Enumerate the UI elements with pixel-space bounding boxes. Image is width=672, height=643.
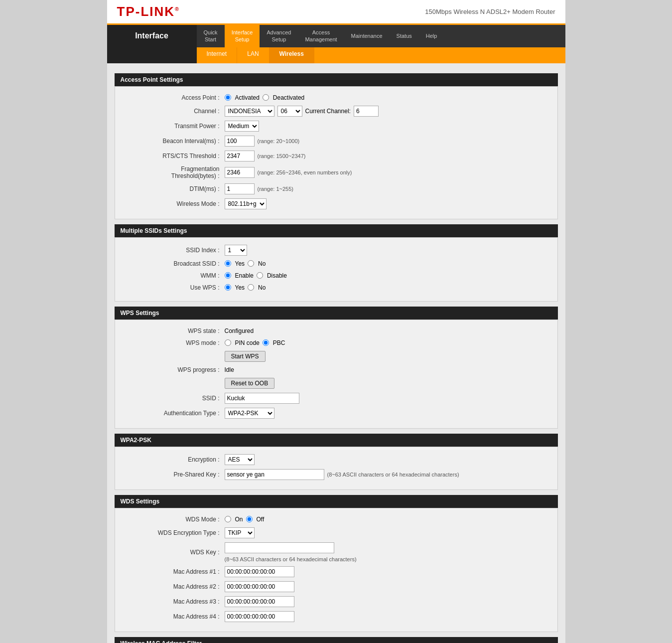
wps-header: WPS Settings: [115, 307, 558, 320]
broadcast-yes-radio[interactable]: [225, 260, 231, 267]
broadcast-ssid-label: Broadcast SSID :: [125, 260, 225, 267]
wps-mode-control: PIN code PBC: [225, 339, 547, 346]
brand-label: Interface: [107, 25, 197, 47]
encryption-row: Encryption : AES: [125, 452, 547, 467]
ssid-index-select[interactable]: 1: [225, 245, 247, 256]
wds-on-label: On: [235, 516, 243, 523]
wmm-enable-radio[interactable]: [225, 272, 231, 279]
broadcast-no-radio[interactable]: [248, 260, 254, 267]
multiple-ssids-section: Multiple SSIDs Settings SSID Index : 1 B…: [115, 224, 558, 302]
wmm-control: Enable Disable: [225, 272, 547, 279]
beacon-label: Beacon Interval(ms) :: [125, 138, 225, 145]
wpa2psk-content: Encryption : AES Pre-Shared Key : (8~63 …: [115, 447, 558, 490]
nav-access-management[interactable]: AccessManagement: [298, 25, 344, 47]
wps-pin-radio[interactable]: [225, 339, 231, 346]
wds-mac1-row: Mac Address #1 :: [125, 564, 547, 579]
ap-deactivated-radio[interactable]: [263, 94, 269, 101]
nav-quick-start[interactable]: QuickStart: [197, 25, 225, 47]
nav-help[interactable]: Help: [419, 25, 444, 47]
wds-mac3-row: Mac Address #3 :: [125, 594, 547, 609]
mac-filter-section: Wireless MAC Address Filter Active : Act…: [115, 637, 558, 643]
channel-country-select[interactable]: INDONESIA: [225, 106, 274, 117]
use-wps-label: Use WPS :: [125, 284, 225, 291]
channel-num-select[interactable]: 06: [277, 106, 302, 117]
broadcast-no-label: No: [258, 260, 266, 267]
wds-mac4-control: [225, 611, 547, 622]
wds-mac4-input[interactable]: [225, 611, 294, 622]
reset-oob-button[interactable]: Reset to OOB: [225, 378, 275, 389]
access-point-header: Access Point Settings: [115, 73, 558, 86]
rts-input[interactable]: [225, 151, 255, 161]
sub-nav: Internet LAN Wireless: [107, 47, 565, 63]
wps-ssid-input[interactable]: [225, 393, 299, 404]
wireless-mode-row: Wireless Mode : 802.11b+g: [125, 196, 547, 211]
wds-key-input[interactable]: [225, 542, 334, 553]
frag-control: (range: 256~2346, even numbers only): [225, 167, 547, 178]
frag-input[interactable]: [225, 167, 255, 178]
beacon-input[interactable]: [225, 136, 255, 147]
top-nav: Interface QuickStart InterfaceSetup Adva…: [107, 25, 565, 47]
wds-mac1-control: [225, 566, 547, 577]
wds-enc-select[interactable]: TKIP: [225, 527, 255, 538]
wpa2psk-header: WPA2-PSK: [115, 434, 558, 447]
start-wps-button[interactable]: Start WPS: [225, 351, 266, 362]
wps-pbc-radio[interactable]: [263, 339, 269, 346]
wps-reset-row: Reset to OOB: [125, 376, 547, 391]
wireless-mode-select[interactable]: 802.11b+g: [225, 198, 267, 209]
nav-items: QuickStart InterfaceSetup AdvancedSetup …: [197, 25, 444, 47]
sub-nav-lan[interactable]: LAN: [237, 47, 269, 63]
wmm-disable-label: Disable: [267, 272, 287, 279]
transmit-power-select[interactable]: Medium: [225, 121, 259, 132]
multiple-ssids-header: Multiple SSIDs Settings: [115, 224, 558, 237]
auth-type-select[interactable]: WPA2-PSK: [225, 408, 274, 419]
channel-control: INDONESIA 06 Current Channel:: [225, 106, 547, 117]
sub-nav-wireless[interactable]: Wireless: [269, 47, 314, 63]
broadcast-ssid-row: Broadcast SSID : Yes No: [125, 258, 547, 270]
wds-enc-control: TKIP: [225, 527, 547, 538]
transmit-power-control: Medium: [225, 121, 547, 132]
wds-enc-row: WDS Encryption Type : TKIP: [125, 525, 547, 540]
access-point-content: Access Point : Activated Deactivated Cha…: [115, 86, 558, 219]
nav-status[interactable]: Status: [390, 25, 419, 47]
wds-mac3-input[interactable]: [225, 596, 294, 607]
wds-key-row: WDS Key : (8~63 ASCII characters or 64 h…: [125, 540, 547, 564]
use-wps-yes-label: Yes: [235, 284, 245, 291]
wpa2psk-section: WPA2-PSK Encryption : AES Pre-Shared Key…: [115, 434, 558, 490]
sub-nav-internet[interactable]: Internet: [197, 47, 238, 63]
logo: TP-LINK®: [117, 4, 180, 19]
header-title: 150Mbps Wireless N ADSL2+ Modem Router: [425, 8, 555, 15]
wps-pbc-label: PBC: [273, 339, 285, 346]
wds-mac2-input[interactable]: [225, 581, 294, 592]
encryption-select[interactable]: AES: [225, 454, 255, 465]
wds-mac2-label: Mac Address #2 :: [125, 583, 225, 590]
wps-section: WPS Settings WPS state : Configured WPS …: [115, 307, 558, 429]
wds-key-label: WDS Key :: [125, 549, 225, 556]
ap-activated-radio[interactable]: [225, 94, 231, 101]
wmm-disable-radio[interactable]: [257, 272, 263, 279]
wds-mac4-label: Mac Address #4 :: [125, 613, 225, 620]
wds-mac3-label: Mac Address #3 :: [125, 598, 225, 605]
beacon-row: Beacon Interval(ms) : (range: 20~1000): [125, 134, 547, 149]
wds-on-radio[interactable]: [225, 516, 231, 522]
use-wps-yes-radio[interactable]: [225, 284, 231, 291]
dtim-input[interactable]: [225, 183, 255, 194]
wds-header: WDS Settings: [115, 495, 558, 508]
wds-mac4-row: Mac Address #4 :: [125, 609, 547, 624]
rts-control: (range: 1500~2347): [225, 151, 547, 161]
beacon-control: (range: 20~1000): [225, 136, 547, 147]
nav-advanced-setup[interactable]: AdvancedSetup: [260, 25, 298, 47]
wps-state-value: Configured: [225, 327, 254, 334]
nav-maintenance[interactable]: Maintenance: [344, 25, 390, 47]
ssid-index-row: SSID Index : 1: [125, 243, 547, 258]
wps-state-row: WPS state : Configured: [125, 325, 547, 337]
wds-off-radio[interactable]: [246, 516, 253, 522]
wds-mac1-input[interactable]: [225, 566, 294, 577]
frag-hint: (range: 256~2346, even numbers only): [258, 169, 352, 175]
psk-input[interactable]: [225, 469, 324, 480]
broadcast-yes-label: Yes: [235, 260, 245, 267]
use-wps-no-radio[interactable]: [248, 284, 254, 291]
ap-deactivated-label: Deactivated: [273, 94, 304, 101]
wireless-mode-label: Wireless Mode :: [125, 200, 225, 207]
auth-type-label: Authentication Type :: [125, 410, 225, 417]
nav-interface-setup[interactable]: InterfaceSetup: [225, 25, 260, 47]
